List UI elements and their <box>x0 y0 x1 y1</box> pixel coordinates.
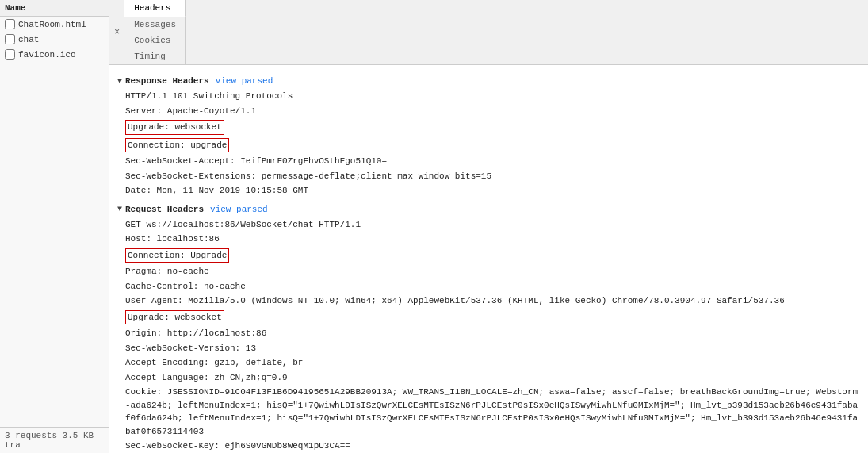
sidebar-items: ChatRoom.htmlchatfavicon.ico <box>0 17 109 62</box>
header-line: Sec-WebSocket-Accept: IeifPmrF0ZrgFhvOSt… <box>117 154 860 169</box>
highlighted-header: Connection: Upgrade <box>125 248 229 263</box>
header-line: Sec-WebSocket-Key: ejh6S0VGMDb8WeqM1pU3C… <box>117 439 860 453</box>
response-headers-label: Response Headers <box>125 76 209 86</box>
response-headers-lines: HTTP/1.1 101 Switching ProtocolsServer: … <box>117 89 860 198</box>
header-line: Pragma: no-cache <box>117 264 860 279</box>
request-headers-triangle: ▼ <box>117 205 122 213</box>
header-line: Host: localhost:86 <box>117 232 860 247</box>
tab-close-button[interactable]: × <box>109 24 124 41</box>
header-line: Upgrade: websocket <box>117 309 860 327</box>
header-line: Cookie: JSESSIONID=91C04F13F1B6D94195651… <box>117 385 860 439</box>
header-line: Upgrade: websocket <box>117 118 860 136</box>
request-headers-section-title: ▼ Request Headers view parsed <box>117 205 860 214</box>
header-line: Connection: upgrade <box>117 136 860 155</box>
sidebar-item[interactable]: favicon.ico <box>0 47 109 62</box>
header-line: Connection: Upgrade <box>117 247 860 265</box>
main-panel: × HeadersMessagesCookiesTiming ▼ Respons… <box>109 0 868 453</box>
header-line: GET ws://localhost:86/WebSocket/chat HTT… <box>117 217 860 232</box>
highlighted-header: Upgrade: websocket <box>125 120 224 135</box>
sidebar-item[interactable]: ChatRoom.html <box>0 17 109 32</box>
header-line: Sec-WebSocket-Version: 13 <box>117 341 860 356</box>
request-headers-label: Request Headers <box>125 205 204 214</box>
sidebar-item-label: chat <box>18 35 39 44</box>
sidebar-item[interactable]: chat <box>0 32 109 47</box>
highlighted-header: Connection: upgrade <box>125 138 229 153</box>
header-line: Date: Mon, 11 Nov 2019 10:15:58 GMT <box>117 183 860 198</box>
tab-timing[interactable]: Timing <box>124 48 186 64</box>
header-line: Accept-Language: zh-CN,zh;q=0.9 <box>117 370 860 386</box>
header-line: Cache-Control: no-cache <box>117 279 860 294</box>
sidebar-item-checkbox[interactable] <box>5 49 15 60</box>
header-line: Accept-Encoding: gzip, deflate, br <box>117 355 860 370</box>
sidebar-item-checkbox[interactable] <box>5 19 15 29</box>
header-line: Sec-WebSocket-Extensions: permessage-def… <box>117 169 860 184</box>
content-area: ▼ Response Headers view parsed HTTP/1.1 … <box>109 65 868 453</box>
response-headers-section-title: ▼ Response Headers view parsed <box>117 76 860 86</box>
tabs-container: HeadersMessagesCookiesTiming <box>124 0 186 64</box>
header-line: Server: Apache-Coyote/1.1 <box>117 104 860 119</box>
response-headers-triangle: ▼ <box>117 77 122 86</box>
tab-headers[interactable]: Headers <box>124 0 186 17</box>
request-headers-view-parsed[interactable]: view parsed <box>210 205 268 214</box>
header-line: User-Agent: Mozilla/5.0 (Windows NT 10.0… <box>117 294 860 309</box>
header-line: Origin: http://localhost:86 <box>117 326 860 341</box>
tab-cookies[interactable]: Cookies <box>124 33 186 48</box>
response-headers-view-parsed[interactable]: view parsed <box>216 76 273 86</box>
sidebar-item-label: favicon.ico <box>18 50 76 60</box>
sidebar-item-label: ChatRoom.html <box>18 20 86 29</box>
sidebar-header: Name <box>0 0 109 17</box>
sidebar: Name ChatRoom.htmlchatfavicon.ico 3 requ… <box>0 0 109 453</box>
request-headers-lines: GET ws://localhost:86/WebSocket/chat HTT… <box>117 217 860 454</box>
header-line: HTTP/1.1 101 Switching Protocols <box>117 89 860 104</box>
sidebar-footer: 3 requests 3.5 KB tra <box>0 427 109 453</box>
highlighted-header: Upgrade: websocket <box>125 310 224 325</box>
sidebar-item-checkbox[interactable] <box>5 34 15 44</box>
tab-messages[interactable]: Messages <box>124 17 186 33</box>
tabs-bar: × HeadersMessagesCookiesTiming <box>109 0 868 65</box>
